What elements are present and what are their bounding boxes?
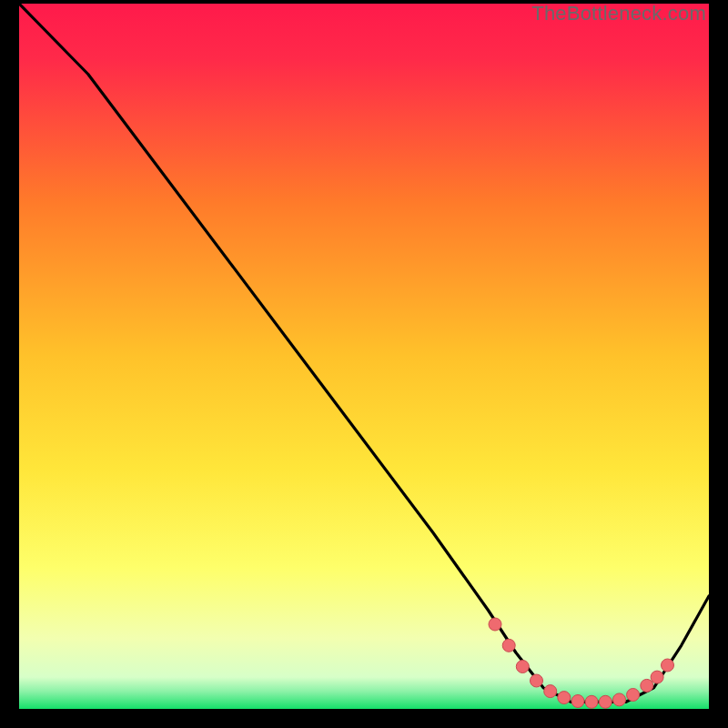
highlight-dot	[599, 695, 612, 708]
gradient-background	[19, 4, 709, 709]
highlight-dot	[641, 679, 653, 692]
highlight-dot	[627, 689, 640, 702]
highlight-dot	[558, 692, 571, 704]
bottleneck-plot	[19, 4, 709, 709]
highlight-dot	[544, 685, 557, 698]
highlight-dot	[531, 674, 543, 687]
chart-frame	[19, 4, 709, 709]
watermark-text: TheBottleneck.com	[531, 2, 706, 25]
highlight-dot	[585, 695, 598, 708]
highlight-dot	[571, 695, 584, 708]
highlight-dot	[662, 659, 674, 672]
highlight-dot	[489, 618, 501, 631]
highlight-dot	[613, 693, 626, 706]
highlight-dot	[651, 671, 663, 683]
highlight-dot	[516, 661, 529, 673]
highlight-dot	[502, 639, 515, 652]
